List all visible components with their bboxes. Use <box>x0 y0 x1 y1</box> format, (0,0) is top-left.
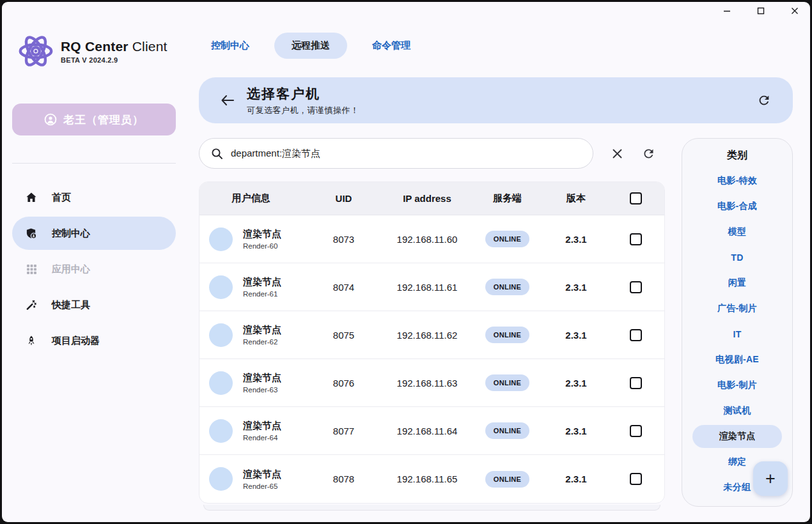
client-ip: 192.168.11.61 <box>385 282 469 293</box>
client-avatar <box>209 275 233 299</box>
sidebar-item-project-launcher[interactable]: 项目启动器 <box>12 324 176 357</box>
sidebar-item-label: 快捷工具 <box>52 299 90 311</box>
titlebar <box>2 2 810 20</box>
category-item[interactable]: 闲置 <box>682 270 792 296</box>
maximize-button[interactable] <box>756 6 766 16</box>
sidebar-nav: 首页 控制中心 <box>12 181 176 357</box>
client-version: 2.3.1 <box>545 378 607 389</box>
client-hostname: Render-61 <box>243 290 281 298</box>
column-uid: UID <box>302 193 385 204</box>
status-badge: ONLINE <box>485 231 529 247</box>
client-avatar <box>209 323 233 347</box>
client-name: 渲染节点 <box>243 372 281 384</box>
client-version: 2.3.1 <box>545 234 607 245</box>
search-row <box>199 138 665 169</box>
table-row[interactable]: 渲染节点 Render-63 8076 192.168.11.63 ONLINE… <box>199 359 664 407</box>
sidebar-item-label: 应用中心 <box>52 263 90 275</box>
page-subtitle: 可复选客户机，请谨慎操作！ <box>247 105 359 116</box>
sidebar-item-label: 项目启动器 <box>52 335 100 347</box>
table-row[interactable]: 渲染节点 Render-65 8078 192.168.11.65 ONLINE… <box>199 455 664 503</box>
client-version: 2.3.1 <box>545 282 607 293</box>
client-hostname: Render-65 <box>243 482 281 490</box>
category-item[interactable]: 模型 <box>682 219 792 245</box>
search-input[interactable] <box>231 148 581 159</box>
client-ip: 192.168.11.64 <box>385 426 469 436</box>
table-header: 用户信息 UID IP address 服务端 版本 <box>199 182 664 215</box>
client-ip: 192.168.11.65 <box>385 474 469 484</box>
app-version: BETA V 2024.2.9 <box>61 56 168 64</box>
category-list: 电影-特效 电影-合成 模型 TD 闲置 广告-制片 IT 电视剧-AE 电影-… <box>682 168 792 500</box>
user-badge[interactable]: 老王（管理员） <box>12 104 176 135</box>
client-table: 用户信息 UID IP address 服务端 版本 渲染节点 Render-6… <box>199 181 665 504</box>
client-uid: 8076 <box>302 378 385 389</box>
client-avatar <box>209 467 233 491</box>
home-icon <box>26 192 37 203</box>
search-refresh-button[interactable] <box>640 145 657 162</box>
client-version: 2.3.1 <box>545 330 607 341</box>
column-user-info: 用户信息 <box>199 192 302 204</box>
client-avatar <box>209 227 233 251</box>
user-icon <box>44 113 57 126</box>
client-avatar <box>209 419 233 443</box>
search-icon <box>211 148 223 160</box>
app-window: RQ Center Client BETA V 2024.2.9 老王（管理员） <box>2 2 810 522</box>
table-scroll-peek <box>203 505 660 511</box>
close-button[interactable] <box>790 6 800 16</box>
main-area: 控制中心 远程推送 命令管理 选择客户机 可复选客户机，请谨慎操作！ <box>186 20 810 522</box>
category-item[interactable]: 电影-特效 <box>682 168 792 194</box>
minimize-button[interactable] <box>722 6 732 16</box>
table-row[interactable]: 渲染节点 Render-60 8073 192.168.11.60 ONLINE… <box>199 215 664 263</box>
client-uid: 8073 <box>302 234 385 245</box>
user-badge-label: 老王（管理员） <box>63 112 144 127</box>
select-all-checkbox[interactable] <box>630 192 642 204</box>
category-item[interactable]: IT <box>682 321 792 347</box>
category-item[interactable]: 渲染节点 <box>692 425 782 448</box>
client-ip: 192.168.11.62 <box>385 330 469 341</box>
column-server: 服务端 <box>469 192 545 204</box>
client-ip: 192.168.11.60 <box>385 234 469 245</box>
sidebar-item-app-center[interactable]: 应用中心 <box>12 252 176 286</box>
tab-control-center[interactable]: 控制中心 <box>211 40 249 52</box>
back-button[interactable] <box>216 89 239 112</box>
add-category-button[interactable]: + <box>753 461 788 496</box>
column-ip: IP address <box>385 193 469 204</box>
sidebar-item-quick-tools[interactable]: 快捷工具 <box>12 288 176 321</box>
header-refresh-button[interactable] <box>753 89 775 111</box>
category-item[interactable]: 广告-制片 <box>682 296 792 321</box>
status-badge: ONLINE <box>485 471 529 488</box>
client-uid: 8075 <box>302 330 385 341</box>
status-badge: ONLINE <box>485 327 529 343</box>
category-panel-title: 类别 <box>682 148 792 163</box>
client-hostname: Render-60 <box>243 242 281 250</box>
row-checkbox[interactable] <box>630 281 642 293</box>
row-checkbox[interactable] <box>630 473 642 485</box>
sidebar-item-home[interactable]: 首页 <box>12 181 176 214</box>
category-item[interactable]: 测试机 <box>682 398 792 424</box>
rocket-icon <box>26 335 37 346</box>
table-row[interactable]: 渲染节点 Render-64 8077 192.168.11.64 ONLINE… <box>199 407 664 455</box>
client-version: 2.3.1 <box>545 426 607 436</box>
sidebar-item-control-center[interactable]: 控制中心 <box>12 217 176 250</box>
magic-wand-icon <box>26 299 37 311</box>
tab-command-manage[interactable]: 命令管理 <box>372 40 410 52</box>
search-box[interactable] <box>199 138 593 169</box>
status-badge: ONLINE <box>485 279 529 295</box>
left-sidebar: RQ Center Client BETA V 2024.2.9 老王（管理员） <box>2 20 186 522</box>
brand: RQ Center Client BETA V 2024.2.9 <box>12 31 176 71</box>
table-row[interactable]: 渲染节点 Render-61 8074 192.168.11.61 ONLINE… <box>199 263 664 311</box>
category-item[interactable]: 电视剧-AE <box>682 347 792 373</box>
search-clear-button[interactable] <box>609 145 625 162</box>
row-checkbox[interactable] <box>630 425 642 437</box>
tab-remote-push[interactable]: 远程推送 <box>274 33 347 59</box>
page-title: 选择客户机 <box>247 85 359 103</box>
client-name: 渲染节点 <box>243 420 281 432</box>
table-row[interactable]: 渲染节点 Render-62 8075 192.168.11.62 ONLINE… <box>199 311 664 359</box>
client-uid: 8074 <box>302 282 385 293</box>
row-checkbox[interactable] <box>630 377 642 389</box>
category-item[interactable]: 电影-合成 <box>682 194 792 219</box>
row-checkbox[interactable] <box>630 329 642 341</box>
column-version: 版本 <box>545 192 607 204</box>
category-item[interactable]: TD <box>682 245 792 270</box>
category-item[interactable]: 电影-制片 <box>682 373 792 398</box>
row-checkbox[interactable] <box>630 233 642 245</box>
